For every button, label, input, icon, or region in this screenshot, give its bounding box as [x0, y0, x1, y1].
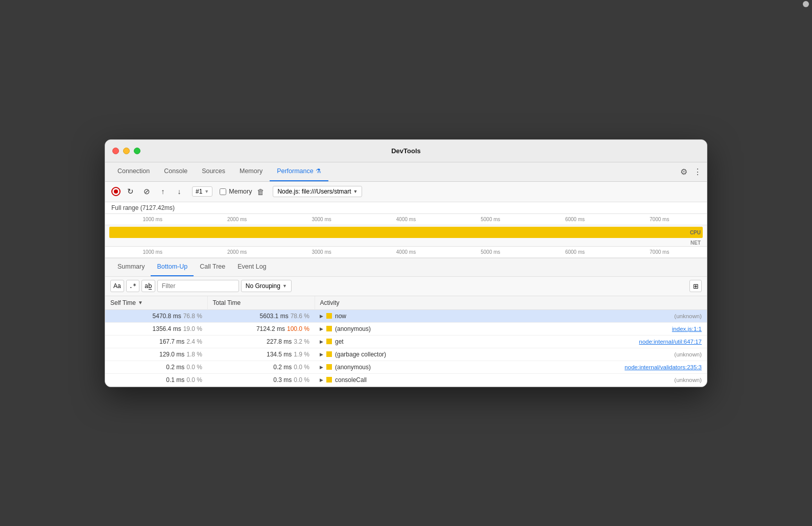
more-icon[interactable]: ⋮ — [694, 167, 702, 177]
collect-garbage-button[interactable]: 🗑 — [257, 187, 265, 196]
grouping-dropdown-icon: ▼ — [282, 283, 287, 289]
total-time-cell: 0.3 ms0.0 % — [207, 373, 315, 386]
filter-bar: Aa .* ab̲ No Grouping ▼ ⊞ — [105, 277, 707, 296]
table-row[interactable]: 0.1 ms0.0 %0.3 ms0.0 % ▶ consoleCall (un… — [105, 373, 707, 386]
data-table-container: Self Time ▼ Total Time Activity 5470.8 m… — [105, 296, 707, 387]
close-button[interactable] — [112, 148, 119, 154]
activity-cell: ▶ consoleCall (unknown) — [315, 373, 707, 386]
cpu-label: CPU — [690, 229, 701, 235]
tab-memory[interactable]: Memory — [232, 162, 270, 181]
expand-icon[interactable]: ▶ — [320, 352, 323, 357]
activity-name: get — [335, 338, 344, 345]
th-self-time[interactable]: Self Time ▼ — [105, 296, 207, 310]
time-label-7000: 7000 ms — [617, 217, 702, 222]
source-link[interactable]: node:internal/util:647:17 — [639, 339, 702, 345]
self-time-cell: 0.1 ms0.0 % — [105, 373, 207, 386]
flask-icon: ⚗ — [316, 168, 321, 175]
tab-summary[interactable]: Summary — [111, 258, 151, 276]
time-label-b-5000: 5000 ms — [448, 249, 533, 255]
tab-bar: Connection Console Sources Memory Perfor… — [105, 162, 707, 182]
table-header: Self Time ▼ Total Time Activity — [105, 296, 707, 310]
activity-color-dot — [326, 377, 332, 382]
time-labels-bottom: 1000 ms 2000 ms 3000 ms 4000 ms 5000 ms … — [105, 249, 707, 255]
table-row[interactable]: 167.7 ms2.4 %227.8 ms3.2 % ▶ get node:in… — [105, 335, 707, 348]
tab-sources[interactable]: Sources — [195, 162, 232, 181]
whole-word-button[interactable]: ab̲ — [141, 280, 155, 292]
sort-arrow-icon: ▼ — [138, 300, 143, 305]
panel-layout-icon[interactable]: ⊞ — [689, 280, 702, 292]
time-label-4000: 4000 ms — [364, 217, 448, 222]
tab-connection[interactable]: Connection — [110, 162, 157, 181]
minimize-button[interactable] — [123, 148, 130, 154]
performance-table: Self Time ▼ Total Time Activity 5470.8 m… — [105, 296, 707, 387]
time-label-b-2000: 2000 ms — [195, 249, 279, 255]
time-label-b-3000: 3000 ms — [279, 249, 364, 255]
time-ruler-bottom: 1000 ms 2000 ms 3000 ms 4000 ms 5000 ms … — [105, 247, 707, 258]
activity-name: (anonymous) — [335, 364, 371, 371]
grouping-label: No Grouping — [246, 282, 280, 290]
activity-color-dot — [326, 351, 332, 357]
time-labels-top: 1000 ms 2000 ms 3000 ms 4000 ms 5000 ms … — [105, 217, 707, 222]
activity-name: (garbage collector) — [335, 351, 386, 358]
memory-label: Memory — [229, 188, 252, 195]
filter-right: ⊞ — [689, 280, 702, 292]
time-label-5000: 5000 ms — [448, 217, 533, 222]
time-label-b-7000: 7000 ms — [617, 249, 702, 255]
filter-input[interactable] — [157, 280, 239, 292]
activity-name: consoleCall — [335, 376, 367, 384]
activity-cell: ▶ (garbage collector) (unknown) — [315, 348, 707, 361]
total-time-cell: 227.8 ms3.2 % — [207, 335, 315, 348]
tab-console[interactable]: Console — [157, 162, 195, 181]
tab-bottom-up[interactable]: Bottom-Up — [151, 258, 194, 276]
record-button[interactable] — [111, 187, 121, 196]
memory-checkbox[interactable] — [220, 188, 226, 195]
maximize-button[interactable] — [134, 148, 140, 154]
expand-icon[interactable]: ▶ — [320, 339, 323, 344]
tab-call-tree[interactable]: Call Tree — [194, 258, 231, 276]
tab-event-log[interactable]: Event Log — [231, 258, 272, 276]
grouping-select[interactable]: No Grouping ▼ — [241, 280, 292, 292]
source-unknown: (unknown) — [674, 351, 702, 357]
node-target-label: Node.js: file:///Users/stmart — [277, 188, 351, 195]
record-icon — [114, 189, 118, 194]
node-target-select[interactable]: Node.js: file:///Users/stmart ▼ — [273, 186, 362, 197]
activity-cell: ▶ get node:internal/util:647:17 — [315, 335, 707, 348]
regex-button[interactable]: .* — [126, 280, 139, 292]
table-row[interactable]: 5470.8 ms76.8 %5603.1 ms78.6 % ▶ now (un… — [105, 309, 707, 322]
source-link[interactable]: node:internal/validators:235:3 — [625, 364, 702, 370]
time-ruler-top: 1000 ms 2000 ms 3000 ms 4000 ms 5000 ms … — [105, 214, 707, 225]
activity-name: now — [335, 313, 346, 320]
table-row[interactable]: 0.2 ms0.0 %0.2 ms0.0 % ▶ (anonymous) nod… — [105, 361, 707, 373]
source-link[interactable]: index.js:1:1 — [672, 326, 702, 332]
self-time-cell: 5470.8 ms76.8 % — [105, 309, 207, 322]
source-unknown: (unknown) — [674, 313, 702, 319]
net-label: NET — [690, 240, 701, 246]
time-label-6000: 6000 ms — [533, 217, 617, 222]
total-time-cell: 0.2 ms0.0 % — [207, 361, 315, 373]
th-total-time[interactable]: Total Time — [207, 296, 315, 310]
self-time-cell: 167.7 ms2.4 % — [105, 335, 207, 348]
settings-icon[interactable]: ⚙ — [680, 167, 687, 177]
clear-button[interactable]: ⊘ — [140, 185, 153, 198]
table-row[interactable]: 129.0 ms1.8 %134.5 ms1.9 % ▶ (garbage co… — [105, 348, 707, 361]
expand-icon[interactable]: ▶ — [320, 314, 323, 319]
self-time-cell: 0.2 ms0.0 % — [105, 361, 207, 373]
reload-button[interactable]: ↻ — [124, 185, 137, 198]
expand-icon[interactable]: ▶ — [320, 326, 323, 331]
th-activity[interactable]: Activity — [315, 296, 707, 310]
match-case-button[interactable]: Aa — [110, 280, 124, 292]
total-time-cell: 5603.1 ms78.6 % — [207, 309, 315, 322]
activity-name: (anonymous) — [335, 325, 371, 332]
table-row[interactable]: 1356.4 ms19.0 %7124.2 ms100.0 % ▶ (anony… — [105, 322, 707, 335]
expand-icon[interactable]: ▶ — [320, 365, 323, 370]
expand-icon[interactable]: ▶ — [320, 377, 323, 382]
window-title: DevTools — [391, 147, 421, 155]
activity-color-dot — [326, 339, 332, 344]
titlebar: DevTools — [105, 140, 707, 162]
download-button[interactable]: ↓ — [173, 185, 186, 198]
self-time-cell: 1356.4 ms19.0 % — [105, 322, 207, 335]
tab-performance[interactable]: Performance ⚗ — [270, 162, 328, 181]
activity-color-dot — [326, 313, 332, 319]
session-select[interactable]: #1 ▼ — [192, 186, 212, 197]
upload-button[interactable]: ↑ — [156, 185, 170, 198]
